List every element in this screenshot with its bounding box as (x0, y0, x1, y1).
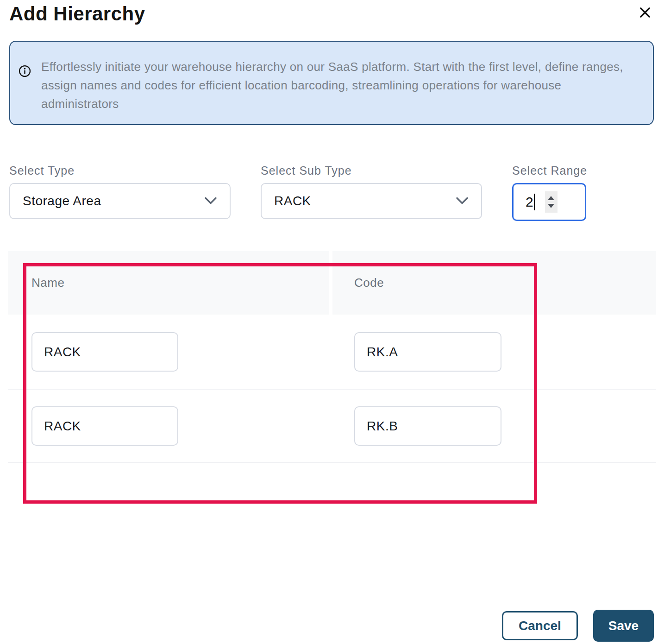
column-header-name: Name (8, 251, 329, 315)
chevron-down-icon (455, 196, 469, 206)
number-stepper[interactable] (545, 191, 558, 213)
close-button[interactable] (637, 5, 653, 22)
modal-header: Add Hierarchy (0, 0, 664, 25)
select-type-label: Select Type (9, 164, 231, 177)
close-icon (637, 5, 653, 20)
table-row (8, 406, 656, 446)
row-divider (8, 389, 656, 390)
hierarchy-table: Name Code (8, 251, 656, 504)
select-sub-type-label: Select Sub Type (261, 164, 482, 177)
stepper-up-icon (548, 196, 554, 200)
text-cursor (534, 194, 535, 210)
chevron-down-icon (204, 196, 218, 206)
info-banner: Effortlessly initiate your warehouse hie… (9, 41, 654, 125)
code-input-row-2[interactable] (354, 406, 501, 446)
add-hierarchy-modal: Add Hierarchy Effortlessly initiate your… (0, 0, 664, 644)
range-value: 2 (526, 194, 533, 210)
select-range-input[interactable]: 2 (512, 183, 586, 221)
field-select-range: Select Range 2 (512, 164, 587, 221)
column-header-code: Code (332, 251, 656, 315)
column-header-code-label: Code (354, 276, 384, 290)
info-banner-text: Effortlessly initiate your warehouse hie… (41, 57, 634, 113)
select-sub-type-dropdown[interactable]: RACK (261, 183, 482, 219)
select-type-value: Storage Area (23, 194, 101, 208)
info-icon (19, 65, 31, 79)
column-header-name-label: Name (31, 276, 64, 290)
select-sub-type-value: RACK (274, 194, 311, 208)
field-select-sub-type: Select Sub Type RACK (261, 164, 482, 221)
name-input-row-2[interactable] (31, 406, 178, 446)
cancel-button[interactable]: Cancel (502, 611, 578, 640)
save-button[interactable]: Save (593, 610, 654, 642)
table-header-row: Name Code (8, 251, 656, 315)
select-type-dropdown[interactable]: Storage Area (9, 183, 231, 219)
code-input-row-1[interactable] (354, 332, 501, 372)
name-input-row-1[interactable] (31, 332, 178, 372)
field-select-type: Select Type Storage Area (9, 164, 231, 221)
modal-footer: Cancel Save (0, 610, 664, 642)
page-title: Add Hierarchy (9, 3, 145, 25)
stepper-down-icon (548, 204, 554, 208)
form-row: Select Type Storage Area Select Sub Type… (0, 164, 664, 221)
table-row (8, 332, 656, 372)
row-divider (8, 462, 656, 463)
select-range-label: Select Range (512, 164, 587, 177)
